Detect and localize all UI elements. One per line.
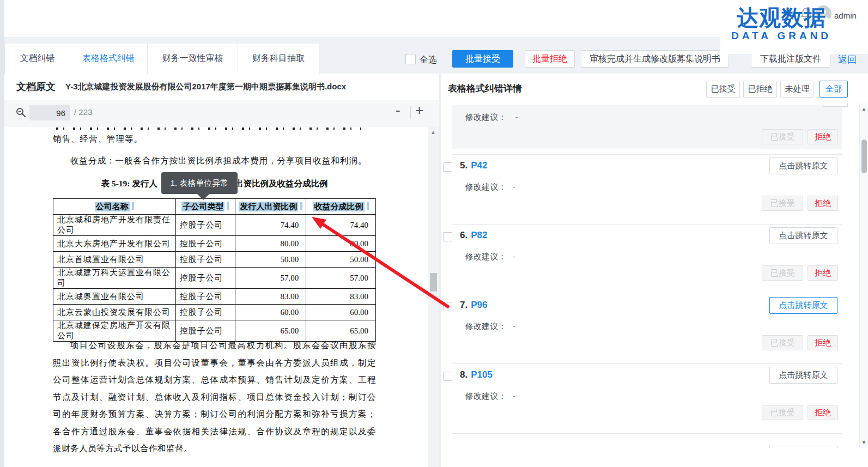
review-item: 6.P82点击跳转原文修改建议：-已接受拒绝 <box>441 225 868 294</box>
doc-paragraph-line: 节点及计划、融资计划、总体收入及利润指标、项目总体资金投入计划；制订公 <box>53 390 376 408</box>
reject-button[interactable]: 拒绝 <box>808 129 838 144</box>
datagrand-logo: 达观数据 DATA GRAND <box>724 7 839 41</box>
clipped-button-fragment <box>823 104 848 107</box>
page-total-label: / 223 <box>74 107 92 117</box>
jump-to-source-button[interactable]: 点击跳转原文 <box>769 367 837 384</box>
tab-financial-consistency[interactable]: 财务一致性审核 <box>148 44 238 74</box>
item-page-link[interactable]: P96 <box>471 300 487 310</box>
header-highlight: 发行人出资比例 <box>239 202 298 211</box>
subsidiary-type-cell: 控股子公司 <box>175 289 235 305</box>
scroll-up-arrow[interactable]: ▲ <box>861 106 866 112</box>
doc-paragraph-line: 派财务人员等方式予以合作和监督。 <box>53 441 376 459</box>
search-icon[interactable] <box>15 107 26 118</box>
format-mark-highlight <box>367 202 369 210</box>
zoom-in-button[interactable]: + <box>415 102 423 119</box>
page-number-input[interactable] <box>29 105 70 120</box>
format-mark-highlight <box>132 202 134 210</box>
batch-accept-button[interactable]: 批量接受 <box>452 50 513 68</box>
select-all-checkbox[interactable] <box>405 54 416 64</box>
filter-rejected[interactable]: 已拒绝 <box>743 81 777 98</box>
suggestion-row: 修改建议： - <box>465 112 518 123</box>
document-scrollbar[interactable]: ▲ <box>428 126 439 467</box>
profit-share-cell: 83.00 <box>306 289 376 305</box>
company-name-cell: 北京城和房地产开发有限责任公司 <box>53 215 176 236</box>
accepted-button[interactable]: 已接受 <box>762 196 803 211</box>
accepted-button[interactable]: 已接受 <box>762 265 803 281</box>
subsidiary-type-cell: 控股子公司 <box>175 305 235 320</box>
doc-table-header-row: 公司名称子公司类型发行人出资比例收益分成比例 <box>53 199 376 215</box>
doc-table-header-cell: 收益分成比例 <box>306 199 376 215</box>
profit-share-cell: 50.00 <box>306 252 376 268</box>
filter-all[interactable]: 全部 <box>820 81 848 98</box>
item-page-link[interactable]: P42 <box>471 160 487 171</box>
suggestion-label: 修改建议： <box>465 322 506 331</box>
caption-left: 表 5-19: 发行人 <box>101 178 157 190</box>
review-scrollbar[interactable]: ▲ ▼ <box>859 104 868 448</box>
accepted-button[interactable]: 已接受 <box>762 405 803 420</box>
contribution-ratio-cell: 83.00 <box>235 289 306 305</box>
reject-button[interactable]: 拒绝 <box>808 196 838 211</box>
tab-document-correction[interactable]: 文档纠错 <box>4 44 70 74</box>
reject-button[interactable]: 拒绝 <box>808 405 838 420</box>
document-page: 销售、经营、管理等。 收益分成：一般各合作方按出资比例承担成本费用，分享项目收益… <box>4 126 428 467</box>
doc-table-header-cell: 公司名称 <box>53 199 176 215</box>
suggestion-label: 修改建议： <box>465 182 506 191</box>
jump-to-source-button[interactable]: 点击跳转原文 <box>769 157 837 174</box>
suggestion-row: 修改建议：- <box>465 391 515 402</box>
contribution-ratio-cell: 80.00 <box>235 236 306 252</box>
jump-to-source-button[interactable]: 点击跳转原文 <box>769 297 837 314</box>
item-checkbox[interactable] <box>443 372 452 381</box>
page: 文档审核/审核详情 admin 达观数据 DATA GRAND 文档纠错 表格格… <box>0 0 868 467</box>
item-actions: 已接受拒绝 <box>441 335 868 350</box>
contribution-ratio-cell: 50.00 <box>235 252 306 268</box>
doc-table-row: 北京首城置业有限公司控股子公司50.0050.00 <box>53 252 376 268</box>
company-name-cell: 北京城奥置业有限公司 <box>53 289 176 305</box>
item-page-link[interactable]: P105 <box>471 369 493 380</box>
suggestion-value: - <box>513 322 515 331</box>
accepted-button[interactable]: 已接受 <box>762 335 803 350</box>
zoom-out-button[interactable]: - <box>396 102 400 119</box>
suggestion-label: 修改建议： <box>465 391 506 401</box>
suggestion-value: - <box>513 391 515 401</box>
item-checkbox[interactable] <box>443 302 452 311</box>
tab-financial-subject-extraction[interactable]: 财务科目抽取 <box>238 44 319 74</box>
review-panel-title: 表格格式纠错详情 <box>448 82 522 95</box>
jump-to-source-button[interactable]: 点击跳转原文 <box>769 227 837 244</box>
filter-accepted[interactable]: 已接受 <box>706 81 740 98</box>
item-title: 8.P105 <box>460 369 493 380</box>
scroll-up-arrow[interactable]: ▲ <box>430 129 436 135</box>
suggestion-row: 修改建议：- <box>465 182 515 192</box>
review-item-tail: 修改建议： - 已接受 拒绝 <box>441 104 868 155</box>
filter-unprocessed[interactable]: 未处理 <box>780 81 814 98</box>
scroll-down-arrow[interactable]: ▼ <box>861 440 866 445</box>
doc-table-row: 北京城建万科天运置业有限公司控股子公司57.0057.00 <box>53 268 376 289</box>
company-name-cell: 北京云蒙山投资发展有限公司 <box>53 305 176 320</box>
doc-paragraph-line: 照出资比例行使表决权。项目公司设董事会，董事会由各方委派人员组成，制定 <box>53 356 376 373</box>
suggestion-value: - <box>513 252 515 261</box>
doc-paragraph-governance: 项目公司设股东会，股东会是项目公司最高权力机构。股东会会议由股东按照出资比例行使… <box>53 338 376 459</box>
document-scrollbar-thumb[interactable] <box>430 273 437 292</box>
suggestion-label: 修改建议： <box>465 252 506 261</box>
subsidiary-type-cell: 控股子公司 <box>175 236 235 252</box>
reject-button[interactable]: 拒绝 <box>808 335 838 350</box>
finish-generate-button[interactable]: 审核完成并生成修改版募集说明书 <box>581 50 729 68</box>
doc-table-row: 北京云蒙山投资发展有限公司控股子公司60.0060.00 <box>53 305 376 320</box>
subsidiary-type-cell: 控股子公司 <box>175 215 235 236</box>
item-checkbox[interactable] <box>443 232 452 241</box>
tab-table-format-correction[interactable]: 表格格式纠错 <box>70 44 148 74</box>
contribution-ratio-cell: 57.00 <box>235 268 306 289</box>
item-page-link[interactable]: P82 <box>471 230 487 240</box>
doc-paragraph-share: 收益分成：一般各合作方按出资比例承担成本费用，分享项目收益和利润。 <box>53 155 376 167</box>
back-link[interactable]: 返回 <box>838 53 857 66</box>
item-actions: 已接受拒绝 <box>441 196 868 211</box>
review-scrollbar-thumb[interactable] <box>861 140 867 173</box>
batch-reject-button[interactable]: 批量拒绝 <box>525 50 575 68</box>
document-header: 文档原文 Y-3北京城建投资发展股份有限公司2017年度第一期中期票据募集说明书… <box>4 74 439 100</box>
caption-right: 出资比例及收益分成比例 <box>235 178 328 190</box>
accepted-button[interactable]: 已接受 <box>762 129 803 144</box>
reject-button[interactable]: 拒绝 <box>808 265 838 281</box>
header-highlight: 公司名称 <box>95 202 130 211</box>
review-item-partial <box>441 434 868 448</box>
item-checkbox[interactable] <box>443 162 452 172</box>
suggestion-label: 修改建议： <box>465 112 506 122</box>
